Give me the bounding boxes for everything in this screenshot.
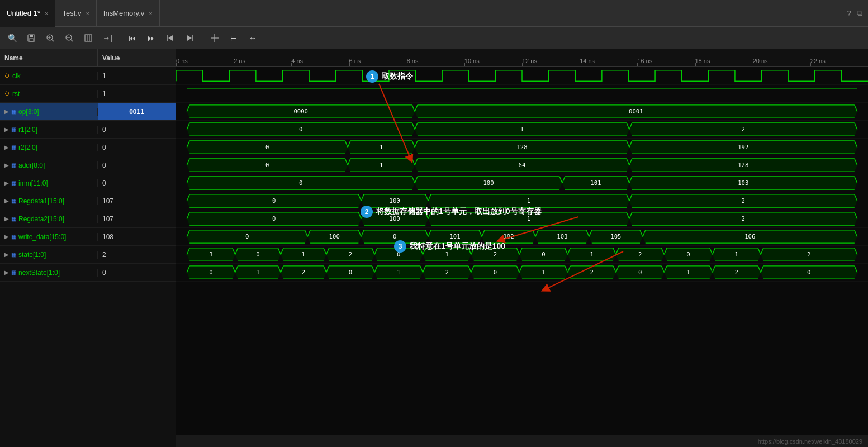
prev-edge-button[interactable] [163,30,178,46]
svg-rect-2 [29,39,34,41]
svg-text:2: 2 [445,269,448,276]
tab-insmemory[interactable]: InsMemory.v × [97,0,160,27]
signal-icon-1: ⏱ [4,91,10,97]
tab-testv-close[interactable]: × [86,10,89,17]
svg-text:2: 2 [590,269,594,276]
tab-testv[interactable]: Test.v × [55,0,96,27]
wave-row-4: 01128192 [176,139,868,156]
signal-row-1[interactable]: ⏱rst1 [0,85,176,103]
to-start-button[interactable]: ⏮ [125,30,140,46]
svg-text:1: 1 [380,161,383,169]
svg-text:0: 0 [542,251,545,258]
zoom-in-button[interactable] [42,30,58,46]
restore-icon[interactable]: ⧉ [857,8,862,18]
time-label-0: 0 ns [176,58,188,64]
fit-button[interactable] [80,30,96,46]
svg-text:1: 1 [302,251,305,258]
svg-text:0: 0 [265,161,269,169]
svg-text:2: 2 [494,251,497,258]
svg-text:0: 0 [265,144,269,151]
svg-rect-1 [30,35,33,37]
svg-text:2: 2 [735,269,738,276]
add-cursor-button[interactable] [207,30,222,46]
signal-icon-6: ▦ [11,180,16,186]
time-label-7: 14 ns [580,58,595,64]
signal-row-11[interactable]: ▶▦nextState[1:0]0 [0,264,176,282]
signal-row-4[interactable]: ▶▦r2[2:0]0 [0,139,176,156]
signal-row-0[interactable]: ⏱clk1 [0,67,176,85]
status-url: https://blog.csdn.net/weixin_48180029 [758,438,862,445]
signal-name-2: op[3:0] [18,108,39,116]
tab-untitled-label: Untitled 1* [7,9,40,17]
signal-value-10: 2 [98,251,176,259]
svg-text:2: 2 [349,251,352,258]
svg-text:0: 0 [686,251,690,258]
svg-text:1: 1 [527,215,530,222]
signal-value-1: 1 [98,90,176,98]
svg-text:0: 0 [299,126,302,133]
time-label-4: 8 ns [407,58,419,64]
svg-text:1: 1 [445,251,448,258]
tab-untitled-close[interactable]: × [45,10,48,17]
save-button[interactable] [23,30,39,46]
svg-text:1: 1 [397,269,400,276]
wave-row-10: 3012012012012 [176,246,868,264]
signal-header: Name Value [0,49,176,67]
zoom-out-button[interactable] [61,30,77,46]
svg-text:1: 1 [735,251,738,258]
wave-panel[interactable]: 0 ns2 ns4 ns6 ns8 ns10 ns12 ns14 ns16 ns… [176,49,868,447]
signal-row-5[interactable]: ▶▦addr[8:0]0 [0,156,176,174]
tab-untitled[interactable]: Untitled 1* × [0,0,55,27]
svg-text:0: 0 [638,269,642,276]
svg-text:0: 0 [807,269,810,276]
svg-text:1: 1 [380,144,383,151]
wave-row-11: 0120120120120 [176,264,868,282]
tab-insmemory-close[interactable]: × [149,10,152,17]
signal-row-3[interactable]: ▶▦r1[2:0]0 [0,121,176,139]
signal-value-5: 0 [98,161,176,169]
next-edge-button[interactable] [182,30,197,46]
svg-text:0: 0 [256,251,259,258]
signal-row-7[interactable]: ▶▦Regdata1[15:0]107 [0,192,176,210]
signal-name-3: r1[2:0] [18,126,37,134]
signal-row-9[interactable]: ▶▦write_data[15:0]108 [0,228,176,246]
svg-text:2: 2 [742,215,745,222]
svg-text:100: 100 [329,233,340,240]
signal-name-4: r2[2:0] [18,144,37,151]
svg-text:0: 0 [272,215,276,222]
signal-row-6[interactable]: ▶▦imm[11:0]0 [0,174,176,192]
svg-text:1: 1 [527,197,530,205]
signal-name-6: imm[11:0] [18,179,48,187]
signal-icon-5: ▦ [11,162,16,168]
statusbar: https://blog.csdn.net/weixin_48180029 [176,435,868,447]
main-area: Name Value ⏱clk1⏱rst1▶▦op[3:0]0011▶▦r1[2… [0,49,868,447]
to-end-button[interactable]: ⏭ [144,30,159,46]
svg-text:2: 2 [742,197,745,205]
signal-icon-7: ▦ [11,198,16,204]
wave-body[interactable]: 1 取数指令 [176,67,868,447]
signal-name-1: rst [12,90,20,98]
snap-button[interactable]: →| [99,30,115,46]
wave-row-8: 010012 [176,210,868,228]
wave-row-0 [176,67,868,85]
measure-button[interactable]: ↔ [245,30,260,46]
svg-text:100: 100 [483,179,494,187]
svg-text:105: 105 [610,233,621,240]
signal-row-2[interactable]: ▶▦op[3:0]0011 [0,103,176,121]
search-button[interactable]: 🔍 [4,30,20,46]
name-column-header: Name [0,49,98,66]
svg-text:0: 0 [349,269,352,276]
svg-text:0: 0 [245,233,249,240]
value-column-header: Value [98,49,176,66]
help-icon[interactable]: ? [847,9,851,18]
svg-text:0: 0 [299,179,302,187]
svg-text:103: 103 [557,233,567,240]
signal-row-8[interactable]: ▶▦Regdata2[15:0]107 [0,210,176,228]
svg-text:0: 0 [397,251,400,258]
svg-text:64: 64 [519,161,526,169]
svg-text:1: 1 [590,251,594,258]
signal-row-10[interactable]: ▶▦state[1:0]2 [0,246,176,264]
timeline-header: 0 ns2 ns4 ns6 ns8 ns10 ns12 ns14 ns16 ns… [176,49,868,67]
align-button[interactable]: ⊢ [226,30,241,46]
svg-text:2: 2 [742,126,745,133]
